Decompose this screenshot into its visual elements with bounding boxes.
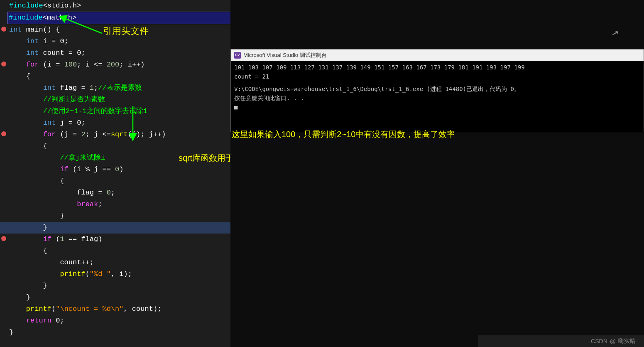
debug-body: 101 103 107 109 113 127 131 137 139 149 … bbox=[231, 61, 644, 113]
line-content-15: if (i % j == 0) bbox=[7, 164, 233, 175]
username-label: 嗨实晴 bbox=[618, 337, 636, 345]
line-content-28: return 0; bbox=[7, 315, 233, 327]
line-content-25: } bbox=[7, 280, 233, 292]
debug-output-1: 101 103 107 109 113 127 131 137 139 149 … bbox=[234, 63, 640, 72]
debug-path-line: V:\CODE\gongweis-warehouse\trst_1_6\Debu… bbox=[234, 84, 640, 94]
debug-output-2: count = 21 bbox=[234, 72, 640, 81]
code-editor: #include<stdio.h> #include<math.h> int m… bbox=[0, 0, 233, 347]
line-content-22: { bbox=[7, 245, 233, 257]
line-content-8: int flag = 1;//表示是素数 bbox=[7, 82, 233, 94]
code-line-16: { bbox=[0, 175, 233, 187]
code-line-5: int count = 0; bbox=[0, 47, 233, 59]
line-content-21: if (1 == flag) bbox=[7, 234, 233, 245]
line-content-9: //判断i是否为素数 bbox=[7, 94, 233, 106]
code-line-24: printf("%d ", i); bbox=[0, 268, 233, 280]
code-line-11: int j = 0; bbox=[0, 117, 233, 129]
code-line-23: count++; bbox=[0, 257, 233, 268]
gutter-bp-6 bbox=[0, 62, 7, 66]
code-line-10: //使用2~i-1之间的数字去试除i bbox=[0, 106, 233, 117]
line-content-17: flag = 0; bbox=[7, 187, 233, 199]
code-line-6: for (i = 100; i <= 200; i++) bbox=[0, 59, 233, 71]
line-content-23: count++; bbox=[7, 257, 233, 268]
code-line-12: for (j = 2; j <=sqrt(i); j++) bbox=[0, 129, 233, 140]
code-line-29: } bbox=[0, 327, 233, 338]
code-line-25: } bbox=[0, 280, 233, 292]
line-content-27: printf("\ncount = %d\n", count); bbox=[7, 303, 233, 315]
at-symbol: @ bbox=[610, 338, 616, 345]
code-line-17: flag = 0; bbox=[0, 187, 233, 199]
line-content-6: for (i = 100; i <= 200; i++) bbox=[7, 59, 233, 71]
code-line-14: //拿j来试除i bbox=[0, 152, 233, 164]
vs-icon: CV bbox=[234, 52, 241, 59]
code-line-4: int i = 0; bbox=[0, 36, 233, 47]
debug-console-window[interactable]: CV Microsoft Visual Studio 调试控制台 101 103… bbox=[230, 49, 644, 132]
code-line-19: } bbox=[0, 210, 233, 222]
code-line-1: #include<stdio.h> bbox=[0, 0, 233, 12]
bottom-right-area bbox=[230, 132, 644, 347]
csdn-label: CSDN bbox=[591, 338, 607, 345]
code-line-21: if (1 == flag) bbox=[0, 234, 233, 245]
debug-title-text: Microsoft Visual Studio 调试控制台 bbox=[243, 52, 327, 59]
line-content-10: //使用2~i-1之间的数字去试除i bbox=[7, 106, 233, 117]
line-content-12: for (j = 2; j <=sqrt(i); j++) bbox=[7, 129, 233, 140]
gutter-bp-21 bbox=[0, 236, 7, 241]
code-line-26: } bbox=[0, 292, 233, 303]
line-content-5: int count = 0; bbox=[7, 47, 233, 59]
code-line-27: printf("\ncount = %d\n", count); bbox=[0, 303, 233, 315]
line-content-13: { bbox=[7, 140, 233, 152]
code-line-2: #include<math.h> bbox=[0, 12, 233, 24]
code-line-18: break; bbox=[0, 199, 233, 210]
line-content-11: int j = 0; bbox=[7, 117, 233, 129]
line-content-3: int main() { bbox=[7, 24, 233, 36]
debug-cursor: ■ bbox=[234, 103, 640, 112]
code-line-15: if (i % j == 0) bbox=[0, 164, 233, 175]
bottom-status-bar: CSDN @ 嗨实晴 bbox=[478, 335, 644, 347]
line-content-1: #include<stdio.h> bbox=[7, 0, 233, 12]
debug-close-hint: 按任意键关闭此窗口. . . bbox=[234, 94, 640, 103]
line-content-24: printf("%d ", i); bbox=[7, 268, 233, 280]
code-line-3: int main() { bbox=[0, 24, 233, 36]
code-line-9: //判断i是否为素数 bbox=[0, 94, 233, 106]
line-content-14: //拿j来试除i bbox=[7, 152, 233, 164]
line-content-7: { bbox=[7, 71, 233, 82]
line-content-18: break; bbox=[7, 199, 233, 210]
line-content-16: { bbox=[7, 175, 233, 187]
code-line-13: { bbox=[0, 140, 233, 152]
gutter-bp-3 bbox=[0, 27, 7, 32]
right-top-area bbox=[230, 0, 644, 49]
gutter-bp-12 bbox=[0, 131, 7, 136]
line-content-20: } bbox=[7, 222, 233, 234]
efficiency-annotation: 这里如果输入100，只需判断2~10中有没有因数，提高了效率 bbox=[232, 129, 455, 140]
line-content-26: } bbox=[7, 292, 233, 303]
code-line-28: return 0; bbox=[0, 315, 233, 327]
line-content-29: } bbox=[7, 327, 233, 338]
debug-title-bar: CV Microsoft Visual Studio 调试控制台 bbox=[231, 49, 644, 61]
line-content-4: int i = 0; bbox=[7, 36, 233, 47]
code-line-22: { bbox=[0, 245, 233, 257]
line-content-2: #include<math.h> bbox=[7, 12, 233, 24]
code-line-7: { bbox=[0, 71, 233, 82]
code-line-20: } bbox=[0, 222, 233, 234]
line-content-19: } bbox=[7, 210, 233, 222]
code-line-8: int flag = 1;//表示是素数 bbox=[0, 82, 233, 94]
